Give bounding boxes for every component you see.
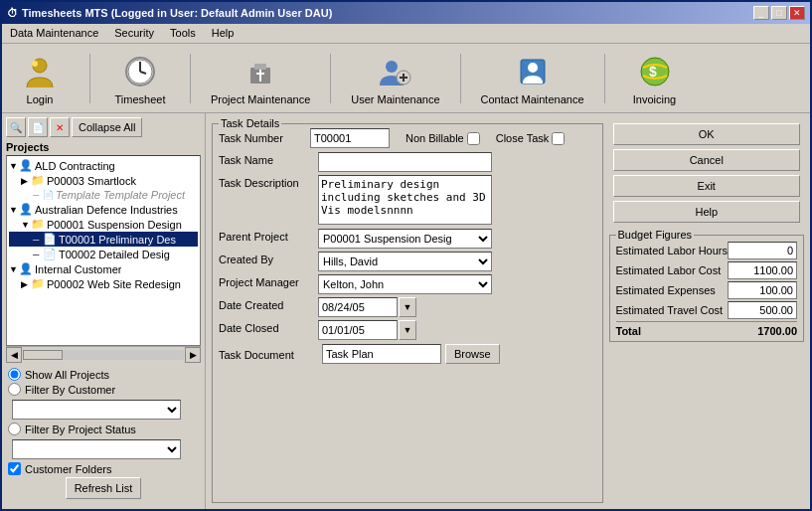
- tree-item-ald[interactable]: ▼ 👤 ALD Contracting: [9, 158, 198, 173]
- invoicing-button[interactable]: $ Invoicing: [625, 52, 685, 105]
- date-created-picker[interactable]: ▼: [399, 297, 416, 317]
- new-icon-btn[interactable]: 📄: [28, 117, 48, 137]
- right-panel: Task Details Task Number Non Billable Cl: [206, 113, 810, 509]
- date-created-input[interactable]: [318, 297, 398, 317]
- scroll-left-btn[interactable]: ◀: [6, 347, 22, 363]
- adi-label: Australian Defence Industries: [35, 204, 178, 216]
- expand-adi[interactable]: ▼: [9, 205, 19, 215]
- parent-project-row: Parent Project P00001 Suspension Desig: [219, 229, 596, 249]
- customer-filter-combo[interactable]: [12, 400, 181, 420]
- exit-button[interactable]: Exit: [613, 175, 801, 197]
- tree-item-adi[interactable]: ▼ 👤 Australian Defence Industries: [9, 202, 198, 217]
- task-desc-label: Task Description: [219, 175, 318, 189]
- scroll-right-btn[interactable]: ▶: [185, 347, 201, 363]
- menu-data-maintenance[interactable]: Data Maintenance: [2, 26, 106, 41]
- expand-ald[interactable]: ▼: [9, 161, 19, 171]
- toolbar-separator-4: [460, 54, 461, 103]
- adi-icon: 👤: [19, 203, 33, 216]
- parent-project-combo[interactable]: P00001 Suspension Desig: [318, 229, 492, 249]
- ok-button[interactable]: OK: [613, 123, 801, 145]
- tree-item-p00001[interactable]: ▼ 📁 P00001 Suspension Design: [9, 217, 198, 232]
- user-maintenance-button[interactable]: User Maintenance: [351, 52, 439, 105]
- help-button[interactable]: Help: [613, 201, 801, 223]
- menu-security[interactable]: Security: [106, 26, 162, 41]
- close-button[interactable]: ✕: [789, 6, 805, 20]
- budget-labor-hours-input[interactable]: [728, 242, 797, 259]
- budget-expenses-input[interactable]: [728, 281, 797, 299]
- budget-travel-cost-input[interactable]: [728, 301, 797, 319]
- project-manager-combo[interactable]: Kelton, John: [318, 274, 492, 294]
- status-filter-combo[interactable]: [12, 439, 181, 459]
- contact-maintenance-icon: [513, 52, 553, 91]
- expand-t00001[interactable]: ─: [33, 235, 43, 245]
- filter-status-radio[interactable]: [8, 423, 21, 435]
- date-closed-label: Date Closed: [219, 320, 318, 334]
- cancel-button[interactable]: Cancel: [613, 149, 801, 171]
- close-task-checkbox[interactable]: [552, 132, 565, 145]
- customer-folders-label: Customer Folders: [25, 463, 111, 475]
- p00001-icon: 📁: [31, 218, 45, 231]
- collapse-all-button[interactable]: Collapse All: [72, 117, 142, 137]
- non-billable-checkbox[interactable]: [467, 132, 480, 145]
- options-area: Show All Projects Filter By Customer Fil…: [6, 362, 201, 505]
- created-by-combo[interactable]: Hills, David: [318, 252, 492, 271]
- minimize-button[interactable]: _: [753, 6, 769, 20]
- right-side: OK Cancel Exit Help Budget Figures Estim…: [609, 119, 805, 503]
- tree-item-internal[interactable]: ▼ 👤 Internal Customer: [9, 261, 198, 276]
- contact-maintenance-button[interactable]: Contact Maintenance: [481, 52, 584, 105]
- main-content: 🔍 📄 ✕ Collapse All Projects ▼ 👤 ALD Cont…: [2, 113, 810, 509]
- tree-item-p00003[interactable]: ▶ 📁 P00003 Smartlock: [9, 173, 198, 188]
- filter-customer-radio[interactable]: [8, 383, 21, 396]
- show-all-radio[interactable]: [8, 368, 21, 381]
- horizontal-scrollbar[interactable]: ◀ ▶: [6, 346, 201, 362]
- tree-item-template[interactable]: ─ 📄 Template Template Project: [9, 188, 198, 202]
- project-maintenance-button[interactable]: Project Maintenance: [211, 52, 310, 105]
- p00002-icon: 📁: [31, 277, 45, 290]
- expand-p00003[interactable]: ▶: [21, 176, 31, 186]
- task-name-input[interactable]: Preliminary Design: [318, 152, 492, 172]
- date-closed-row: Date Closed ▼: [219, 320, 596, 340]
- svg-rect-7: [254, 64, 266, 70]
- filter-status-label: Filter By Project Status: [25, 424, 136, 435]
- task-desc-input[interactable]: Preliminary design including sketches an…: [318, 175, 492, 225]
- budget-labor-cost-input[interactable]: [728, 261, 797, 279]
- menu-bar: Data Maintenance Security Tools Help: [2, 24, 810, 44]
- search-icon-btn[interactable]: 🔍: [6, 117, 26, 137]
- task-number-input[interactable]: [310, 128, 390, 148]
- budget-travel-cost-row: Estimated Travel Cost: [616, 301, 798, 319]
- timesheet-button[interactable]: Timesheet: [110, 52, 170, 105]
- ald-icon: 👤: [19, 159, 33, 172]
- filter-customer-row: Filter By Customer: [8, 383, 199, 396]
- budget-travel-cost-label: Estimated Travel Cost: [616, 304, 724, 316]
- expand-internal[interactable]: ▼: [9, 264, 19, 274]
- filter-status-row: Filter By Project Status: [8, 423, 199, 435]
- customer-folders-checkbox[interactable]: [8, 462, 21, 475]
- task-doc-row: Task Document Browse: [219, 344, 596, 364]
- date-closed-input[interactable]: [318, 320, 398, 340]
- expand-p00002[interactable]: ▶: [21, 279, 31, 289]
- budget-labor-hours-row: Estimated Labor Hours: [616, 242, 798, 259]
- toolbar-separator-1: [89, 54, 90, 103]
- task-name-row: Task Name Preliminary Design: [219, 152, 596, 172]
- expand-template[interactable]: ─: [33, 190, 43, 200]
- menu-help[interactable]: Help: [204, 26, 243, 41]
- delete-icon-btn[interactable]: ✕: [50, 117, 70, 137]
- tree-item-p00002[interactable]: ▶ 📁 P00002 Web Site Redesign: [9, 276, 198, 291]
- task-name-label: Task Name: [219, 152, 318, 166]
- toolbar-separator-2: [190, 54, 191, 103]
- maximize-button[interactable]: □: [771, 6, 787, 20]
- tree-item-t00001[interactable]: ─ 📄 T00001 Preliminary Des: [9, 232, 198, 247]
- expand-t00002[interactable]: ─: [33, 250, 43, 259]
- menu-tools[interactable]: Tools: [162, 26, 204, 41]
- browse-button[interactable]: Browse: [445, 344, 500, 364]
- tree-view[interactable]: ▼ 👤 ALD Contracting ▶ 📁 P00003 Smartlock…: [6, 155, 201, 346]
- window-icon: ⏱: [7, 7, 18, 19]
- date-closed-picker[interactable]: ▼: [399, 320, 416, 340]
- task-doc-input[interactable]: [322, 344, 441, 364]
- login-button[interactable]: Login: [10, 52, 70, 105]
- scroll-thumb[interactable]: [23, 350, 63, 360]
- expand-p00001[interactable]: ▼: [21, 220, 31, 230]
- toolbar: Login Timesheet: [2, 44, 810, 113]
- refresh-list-button[interactable]: Refresh List: [66, 477, 142, 499]
- tree-item-t00002[interactable]: ─ 📄 T00002 Detailed Desig: [9, 247, 198, 261]
